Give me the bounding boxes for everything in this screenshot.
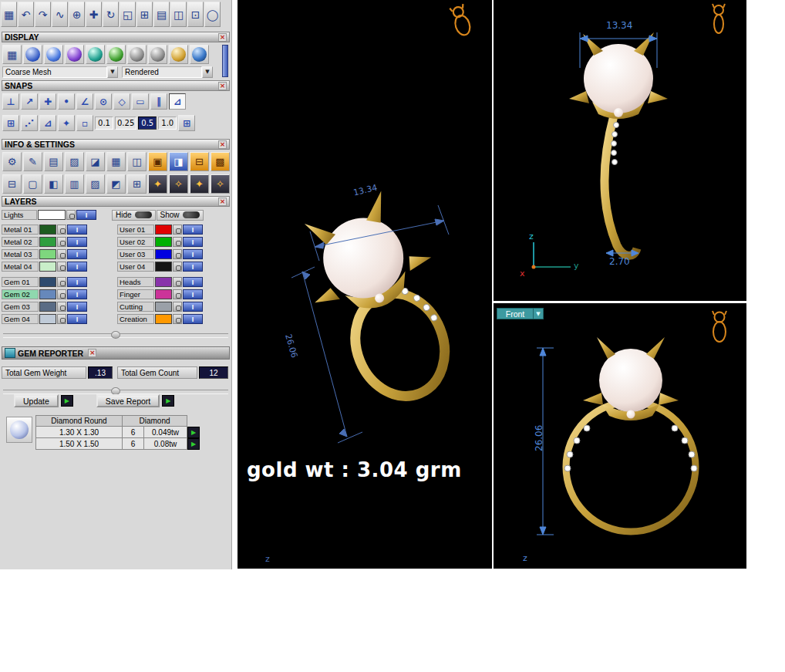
layer-label[interactable]: Metal 02 xyxy=(2,237,39,247)
gem-type-column-header[interactable]: Diamond xyxy=(123,416,187,427)
frame-icon[interactable]: ▢ xyxy=(23,174,42,194)
lock-icon[interactable] xyxy=(57,249,66,259)
material-icon[interactable]: ▦ xyxy=(106,152,126,171)
layout-tool-icon[interactable]: ▤ xyxy=(153,2,170,27)
layer-label[interactable]: User 01 xyxy=(117,225,154,235)
lights-label[interactable]: Lights xyxy=(2,210,37,220)
lock-icon[interactable] xyxy=(173,277,182,287)
lock-icon[interactable] xyxy=(173,225,182,235)
panel-icon[interactable]: ⊟ xyxy=(2,174,22,194)
render-tile2-icon[interactable]: ✧ xyxy=(169,174,188,194)
settings-tile4-icon[interactable]: ▩ xyxy=(211,152,230,171)
undo-curve-icon[interactable]: ↶ xyxy=(18,2,34,27)
layer-color-swatch[interactable] xyxy=(39,314,56,324)
move-tool-icon[interactable]: ✚ xyxy=(86,2,102,27)
isolate-button[interactable]: I xyxy=(183,277,203,287)
snap-perpendicular-icon[interactable]: ⊥ xyxy=(2,93,19,110)
layer-label[interactable]: Gem 02 xyxy=(2,289,39,299)
render-dropdown-arrow-icon[interactable]: ▼ xyxy=(202,66,213,78)
lock-icon[interactable] xyxy=(57,225,66,235)
circle-tool-icon[interactable]: ◯ xyxy=(204,2,221,27)
raytrace-view-icon[interactable] xyxy=(65,45,84,64)
layer-color-swatch[interactable] xyxy=(155,314,172,324)
document-icon[interactable]: ◪ xyxy=(86,152,105,171)
layer-label[interactable]: Gem 04 xyxy=(2,314,39,324)
snap-triangle-icon[interactable]: ⊿ xyxy=(39,115,56,131)
isolate-button[interactable]: I xyxy=(183,302,203,312)
layer-color-swatch[interactable] xyxy=(39,225,56,235)
collapse-handle-icon[interactable] xyxy=(111,331,120,339)
lock-icon[interactable] xyxy=(173,302,182,312)
rotate-tool-icon[interactable]: ↻ xyxy=(103,2,119,27)
xray-view-icon[interactable] xyxy=(106,45,126,64)
snap-grid-icon[interactable]: ⊞ xyxy=(2,115,19,131)
layer-label[interactable]: Metal 04 xyxy=(2,262,39,272)
snap-step-0.5-selected[interactable]: 0.5 xyxy=(138,117,157,130)
layer-color-swatch[interactable] xyxy=(39,289,56,299)
isolate-button[interactable]: I xyxy=(183,289,203,299)
lock-icon[interactable] xyxy=(173,314,182,324)
settings-tile1-icon[interactable]: ▣ xyxy=(148,152,167,171)
gem-table-row[interactable]: 1.30 X 1.30 6 0.049tw ▶ xyxy=(36,427,200,438)
render-tile3-icon[interactable]: ✦ xyxy=(190,174,209,194)
snap-quad-icon[interactable]: ◇ xyxy=(113,93,130,110)
gem-row-select-icon[interactable]: ▶ xyxy=(187,438,200,450)
side-viewport[interactable]: 13.34 2.70 z y x xyxy=(494,0,746,301)
snap-point-icon[interactable]: ✚ xyxy=(39,93,56,110)
layers-collapse-divider[interactable] xyxy=(3,333,228,338)
snap-step-0.25[interactable]: 0.25 xyxy=(115,117,136,130)
snap-angle-icon[interactable]: ∠ xyxy=(76,93,93,110)
info-section-header[interactable]: INFO & SETTINGS × xyxy=(2,139,230,150)
layer-label[interactable]: Gem 01 xyxy=(2,277,39,287)
gem-reporter-header[interactable]: GEM REPORTER × xyxy=(2,346,230,360)
gem-reporter-close-icon[interactable]: × xyxy=(88,349,96,357)
lock-icon[interactable] xyxy=(57,237,66,247)
snap-near-icon[interactable]: ↗ xyxy=(21,93,38,110)
scale-tool-icon[interactable]: ◱ xyxy=(120,2,136,27)
array-tool-icon[interactable]: ⊞ xyxy=(136,2,153,27)
lock-icon[interactable] xyxy=(173,237,182,247)
lock-icon[interactable] xyxy=(57,262,66,272)
gem-weight-cell[interactable]: 0.049tw xyxy=(144,427,187,438)
lock-icon[interactable] xyxy=(57,302,66,312)
snap-parallel-icon[interactable]: ‖ xyxy=(150,93,167,110)
lock-icon[interactable] xyxy=(173,289,182,299)
render-tile4-icon[interactable]: ✧ xyxy=(211,174,230,194)
mesh-mode-dropdown[interactable]: Coarse Mesh ▼ xyxy=(2,66,118,78)
gold-view-icon[interactable] xyxy=(169,45,188,64)
front-viewport[interactable]: Front ▼ 26.06 z xyxy=(494,303,746,569)
rendered-view-icon[interactable] xyxy=(44,45,63,64)
layer-label[interactable]: Heads xyxy=(117,277,154,287)
layer-color-swatch[interactable] xyxy=(155,225,172,235)
ghosted-view-icon[interactable] xyxy=(86,45,105,64)
report-icon[interactable]: ▤ xyxy=(44,152,63,171)
edit-icon[interactable]: ✎ xyxy=(23,152,42,171)
lock-icon[interactable] xyxy=(57,289,66,299)
gem-size-cell[interactable]: 1.50 X 1.50 xyxy=(36,438,123,450)
layer-label[interactable]: Finger xyxy=(117,289,154,299)
isolate-button[interactable]: I xyxy=(67,237,87,247)
filter-icon[interactable]: ▨ xyxy=(86,174,105,194)
gem-shape-column-header[interactable]: Diamond Round xyxy=(36,416,123,427)
snap-step-0.1[interactable]: 0.1 xyxy=(95,117,113,130)
lock-icon[interactable] xyxy=(57,314,66,324)
view-selector-dropdown[interactable]: Front ▼ xyxy=(497,308,544,319)
layer-label[interactable]: Metal 01 xyxy=(2,225,39,235)
shaded-view-icon[interactable] xyxy=(23,45,42,64)
perspective-viewport[interactable]: 13.34 26.06 gold wt : 3.04 grm z xyxy=(238,0,492,569)
layer-color-swatch[interactable] xyxy=(155,262,172,272)
cube-icon[interactable]: ◧ xyxy=(44,174,63,194)
layer-label[interactable]: User 02 xyxy=(117,237,154,247)
display-section-header[interactable]: DISPLAY × xyxy=(2,32,230,42)
display-scrollbar[interactable] xyxy=(222,45,228,77)
snap-dots-icon[interactable]: ⋰ xyxy=(21,115,38,131)
lights-color-swatch[interactable] xyxy=(38,210,66,220)
mesh-dropdown-arrow-icon[interactable]: ▼ xyxy=(107,66,118,78)
settings-tile3-icon[interactable]: ⊟ xyxy=(190,152,209,171)
layer-label[interactable]: User 04 xyxy=(117,262,154,272)
redo-curve-icon[interactable]: ↷ xyxy=(35,2,51,27)
gem-count-cell[interactable]: 6 xyxy=(123,427,144,438)
update-button[interactable]: Update xyxy=(14,394,59,407)
grid-settings-icon[interactable]: ⊞ xyxy=(127,174,147,194)
gem-weight-cell[interactable]: 0.08tw xyxy=(144,438,187,450)
